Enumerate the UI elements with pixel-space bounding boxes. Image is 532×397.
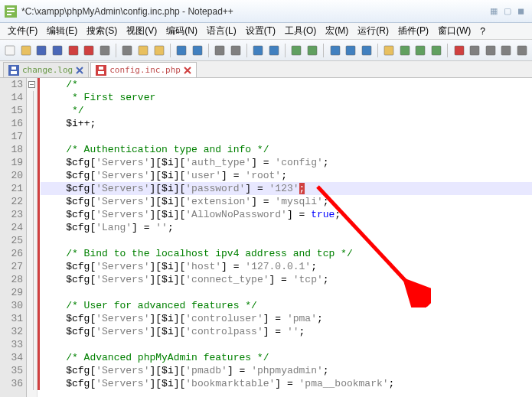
wrap-icon[interactable] bbox=[328, 43, 342, 58]
toolbar-separator bbox=[116, 44, 116, 57]
macro-save-icon[interactable] bbox=[515, 43, 530, 58]
menu-item[interactable]: 语言(L) bbox=[202, 24, 241, 37]
code-line[interactable]: $cfg['Servers'][$i]['bookmarktable'] = '… bbox=[41, 377, 532, 390]
menu-item[interactable]: ? bbox=[475, 26, 490, 37]
code-line[interactable]: $cfg['Lang'] = ''; bbox=[41, 221, 532, 234]
macro-stop-icon[interactable] bbox=[468, 43, 482, 58]
code-line[interactable]: $cfg['Servers'][$i]['pmadb'] = 'phpmyadm… bbox=[41, 364, 532, 377]
fold-marker[interactable] bbox=[27, 377, 37, 390]
close-icon[interactable] bbox=[66, 43, 80, 58]
code-line[interactable]: $cfg['Servers'][$i]['controluser'] = 'pm… bbox=[41, 312, 532, 325]
macro-play-icon[interactable] bbox=[483, 43, 498, 58]
code-area[interactable]: /* * First server */ $i++; /* Authentica… bbox=[41, 78, 532, 397]
copy-icon[interactable] bbox=[136, 43, 151, 58]
show-all-icon[interactable] bbox=[344, 43, 358, 58]
doc-map-icon[interactable] bbox=[398, 43, 413, 58]
fold-marker[interactable] bbox=[27, 104, 37, 117]
code-line[interactable]: $cfg['Servers'][$i]['extension'] = 'mysq… bbox=[41, 195, 532, 208]
line-number-gutter[interactable]: 1314151617181920212223242526272829303132… bbox=[0, 78, 27, 397]
code-line[interactable]: */ bbox=[41, 104, 532, 117]
func-list-icon[interactable] bbox=[413, 43, 428, 58]
code-line[interactable]: * First server bbox=[41, 91, 532, 104]
tab-config-inc-php[interactable]: config.inc.php bbox=[90, 62, 197, 77]
code-line[interactable]: /* User for advanced features */ bbox=[41, 299, 532, 312]
fold-marker[interactable] bbox=[27, 156, 37, 169]
fold-marker[interactable] bbox=[27, 234, 37, 247]
tab-close-icon[interactable] bbox=[184, 67, 191, 74]
new-file-icon[interactable] bbox=[3, 43, 18, 58]
svg-rect-1 bbox=[5, 46, 15, 55]
sync-h-icon[interactable] bbox=[305, 43, 320, 58]
print-icon[interactable] bbox=[98, 43, 113, 58]
fold-marker[interactable] bbox=[27, 299, 37, 312]
menu-item[interactable]: 编码(N) bbox=[162, 24, 202, 37]
doc-list-icon[interactable] bbox=[429, 43, 444, 58]
fold-marker[interactable] bbox=[27, 130, 37, 143]
paste-icon[interactable] bbox=[152, 43, 166, 58]
menu-item[interactable]: 设置(T) bbox=[241, 24, 280, 37]
code-line[interactable] bbox=[41, 286, 532, 299]
fold-marker[interactable] bbox=[27, 169, 37, 182]
undo-icon[interactable] bbox=[175, 43, 189, 58]
menu-item[interactable]: 视图(V) bbox=[122, 24, 162, 37]
menu-item[interactable]: 编辑(E) bbox=[42, 24, 82, 37]
menu-item[interactable]: 插件(P) bbox=[393, 24, 433, 37]
tab-close-icon[interactable] bbox=[76, 67, 83, 74]
fold-marker[interactable] bbox=[27, 78, 37, 91]
fold-marker[interactable] bbox=[27, 208, 37, 221]
code-line[interactable]: $cfg['Servers'][$i]['password'] = '123'; bbox=[41, 182, 532, 195]
fold-marker[interactable] bbox=[27, 247, 37, 260]
fold-marker[interactable] bbox=[27, 195, 37, 208]
menu-item[interactable]: 宏(M) bbox=[321, 24, 353, 37]
macro-rec-icon[interactable] bbox=[452, 43, 466, 58]
menu-item[interactable]: 运行(R) bbox=[353, 24, 393, 37]
fold-marker[interactable] bbox=[27, 91, 37, 104]
zoom-out-icon[interactable] bbox=[267, 43, 282, 58]
code-line[interactable]: $cfg['Servers'][$i]['auth_type'] = 'conf… bbox=[41, 156, 532, 169]
save-icon[interactable] bbox=[34, 43, 49, 58]
code-line[interactable]: $i++; bbox=[41, 117, 532, 130]
find-icon[interactable] bbox=[213, 43, 227, 58]
menu-item[interactable]: 文件(F) bbox=[3, 24, 42, 37]
code-line[interactable]: $cfg['Servers'][$i]['controlpass'] = ''; bbox=[41, 325, 532, 338]
code-line[interactable]: /* bbox=[41, 78, 532, 91]
fold-marker[interactable] bbox=[27, 182, 37, 195]
folder-icon[interactable] bbox=[382, 43, 397, 58]
replace-icon[interactable] bbox=[228, 43, 243, 58]
fold-gutter[interactable] bbox=[27, 78, 38, 397]
fold-marker[interactable] bbox=[27, 273, 37, 286]
indent-icon[interactable] bbox=[359, 43, 374, 58]
code-line[interactable]: $cfg['Servers'][$i]['connect_type'] = 't… bbox=[41, 273, 532, 286]
tab-change-log[interactable]: change.log bbox=[3, 62, 89, 77]
fold-marker[interactable] bbox=[27, 143, 37, 156]
fold-marker[interactable] bbox=[27, 312, 37, 325]
code-line[interactable] bbox=[41, 130, 532, 143]
cut-icon[interactable] bbox=[120, 43, 135, 58]
macro-multi-icon[interactable] bbox=[499, 43, 514, 58]
save-all-icon[interactable] bbox=[51, 43, 65, 58]
menu-item[interactable]: 工具(O) bbox=[280, 24, 321, 37]
fold-marker[interactable] bbox=[27, 286, 37, 299]
fold-marker[interactable] bbox=[27, 117, 37, 130]
fold-marker[interactable] bbox=[27, 260, 37, 273]
zoom-in-icon[interactable] bbox=[251, 43, 266, 58]
code-line[interactable]: $cfg['Servers'][$i]['AllowNoPassword'] =… bbox=[41, 208, 532, 221]
fold-marker[interactable] bbox=[27, 351, 37, 364]
code-line[interactable] bbox=[41, 234, 532, 247]
fold-marker[interactable] bbox=[27, 325, 37, 338]
open-icon[interactable] bbox=[19, 43, 34, 58]
fold-marker[interactable] bbox=[27, 364, 37, 377]
code-line[interactable]: $cfg['Servers'][$i]['user'] = 'root'; bbox=[41, 169, 532, 182]
code-line[interactable]: /* Advanced phpMyAdmin features */ bbox=[41, 351, 532, 364]
code-line[interactable] bbox=[41, 338, 532, 351]
fold-marker[interactable] bbox=[27, 338, 37, 351]
close-all-icon[interactable] bbox=[82, 43, 96, 58]
code-line[interactable]: /* Authentication type and info */ bbox=[41, 143, 532, 156]
menu-item[interactable]: 搜索(S) bbox=[82, 24, 122, 37]
fold-marker[interactable] bbox=[27, 221, 37, 234]
code-line[interactable]: $cfg['Servers'][$i]['host'] = '127.0.0.1… bbox=[41, 260, 532, 273]
menu-item[interactable]: 窗口(W) bbox=[433, 24, 475, 37]
sync-v-icon[interactable] bbox=[289, 43, 304, 58]
code-line[interactable]: /* Bind to the localhost ipv4 address an… bbox=[41, 247, 532, 260]
redo-icon[interactable] bbox=[190, 43, 204, 58]
